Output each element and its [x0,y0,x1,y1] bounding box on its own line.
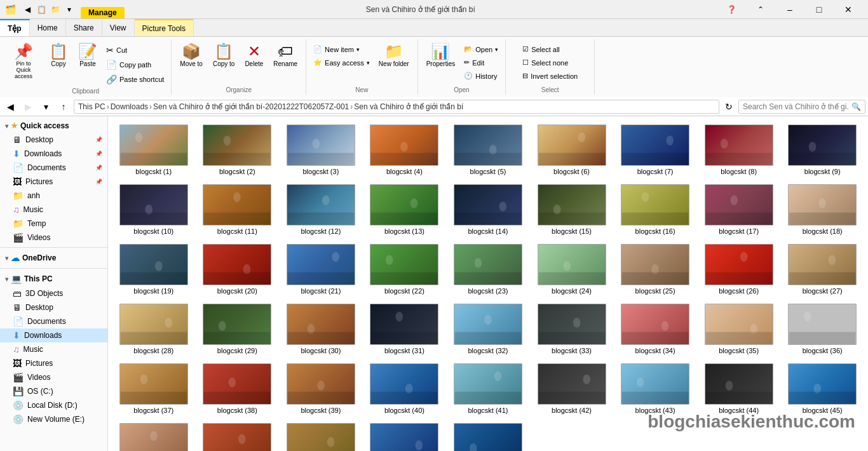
copy-path-btn[interactable]: 📄 Copy path [103,58,167,72]
list-item[interactable]: blogcskt (20) [197,241,278,298]
sidebar-pc-c[interactable]: 💾 OS (C:) [0,384,107,398]
list-item[interactable]: blogcskt (13) [364,181,445,238]
list-item[interactable]: blogcskt (37) [113,360,194,417]
tab-view[interactable]: View [102,19,135,36]
list-item[interactable]: blogcskt (39) [280,360,362,417]
sidebar-item-downloads[interactable]: ⬇ Downloads 📌 [0,147,107,161]
qat-properties-btn[interactable]: 📋 [35,3,48,16]
list-item[interactable]: blogcskt (16) [614,181,696,238]
list-item[interactable]: blogcskt (38) [197,360,278,417]
sidebar-item-pictures[interactable]: 🖼 Pictures 📌 [0,175,107,189]
sidebar-pc-downloads[interactable]: ⬇ Downloads [0,328,107,342]
list-item[interactable]: blogcskt (34) [614,300,696,358]
search-box[interactable]: 🔍 [738,100,865,114]
tab-share[interactable]: Share [66,19,102,36]
minimize-btn[interactable]: – [775,0,804,19]
rename-btn[interactable]: 🏷 Rename [269,41,302,71]
sidebar-pc-desktop[interactable]: 🖥 Desktop [0,300,107,314]
paste-big-btn[interactable]: 📝 Paste [74,41,102,71]
sidebar-item-documents[interactable]: 📄 Documents 📌 [0,161,107,175]
list-item[interactable]: blogcskt (35) [698,300,780,358]
maximize-btn[interactable]: □ [804,0,834,19]
sidebar-pc-pictures[interactable]: 🖼 Pictures [0,356,107,370]
list-item[interactable]: blogcskt (18) [782,181,863,238]
sidebar-item-desktop[interactable]: 🖥 Desktop 📌 [0,133,107,147]
path-pc[interactable]: This PC [78,102,105,111]
select-none-btn[interactable]: ☐ Select none [519,57,581,69]
cut-btn[interactable]: ✂ Cut [103,43,167,57]
list-item[interactable]: blogcskt (23) [447,241,529,298]
list-item[interactable]: blogcskt (8) [698,121,780,178]
list-item[interactable]: blogcskt (40) [364,360,445,417]
list-item[interactable]: blogcskt (31) [364,300,445,358]
path-downloads[interactable]: Downloads [111,102,148,111]
list-item[interactable]: blogcskt (49) [364,420,445,451]
copy-to-btn[interactable]: 📋 Copy to [208,41,239,71]
list-item[interactable]: blogcskt (12) [280,181,362,238]
list-item[interactable]: blogcskt (47) [197,420,278,451]
new-item-btn[interactable]: 📄 New item ▾ [310,43,373,55]
recent-locations-btn[interactable]: ▾ [38,99,53,114]
list-item[interactable]: blogcskt (46) [113,420,194,451]
sidebar-pc-3d[interactable]: 🗃 3D Objects [0,286,107,300]
open-btn[interactable]: 📂 Open ▾ [461,43,501,55]
history-btn[interactable]: 🕐 History [461,70,501,82]
move-to-btn[interactable]: 📦 Move to [175,41,207,71]
list-item[interactable]: blogcskt (41) [447,360,529,417]
address-path[interactable]: This PC › Downloads › Sen và Chihiro ở t… [74,100,719,114]
list-item[interactable]: blogcskt (27) [782,241,863,298]
list-item[interactable]: blogcskt (14) [447,181,529,238]
edit-btn[interactable]: ✏ Edit [461,57,501,69]
list-item[interactable]: blogcskt (21) [280,241,362,298]
forward-btn[interactable]: ▶ [20,99,36,114]
list-item[interactable]: blogcskt (42) [531,360,613,417]
sidebar-pc-videos[interactable]: 🎬 Videos [0,370,107,384]
properties-btn[interactable]: 📊 Properties [422,41,460,71]
list-item[interactable]: blogcskt (24) [531,241,613,298]
copy-big-btn[interactable]: 📋 Copy [44,41,72,71]
list-item[interactable]: blogcskt (50) [447,420,529,451]
list-item[interactable]: blogcskt (2) [197,121,278,178]
delete-btn[interactable]: ✕ Delete [240,41,268,71]
pin-quick-access-btn[interactable]: 📌 Pin to Quick access [4,41,43,83]
tab-picture-tools[interactable]: Picture Tools [135,19,194,36]
up-btn[interactable]: ↑ [56,99,71,114]
list-item[interactable]: blogcskt (33) [531,300,613,358]
path-folder2[interactable]: Sen và Chihiro ở thế giới thần bí [354,102,463,111]
list-item[interactable]: blogcskt (3) [280,121,362,178]
list-item[interactable]: blogcskt (9) [782,121,863,178]
path-folder1[interactable]: Sen và Chihiro ở thế giới thần bí-202012… [153,102,349,111]
select-all-btn[interactable]: ☑ Select all [519,43,581,55]
new-folder-btn[interactable]: 📁 New folder [374,41,414,71]
sidebar-item-videos[interactable]: 🎬 Videos [0,231,107,245]
collapse-ribbon-btn[interactable]: ⌃ [746,0,775,19]
qat-new-folder-btn[interactable]: 📁 [49,3,62,16]
list-item[interactable]: blogcskt (43) [614,360,696,417]
manage-tab-label[interactable]: Manage [81,7,125,18]
list-item[interactable]: blogcskt (26) [698,241,780,298]
list-item[interactable]: blogcskt (11) [197,181,278,238]
sidebar-item-music[interactable]: ♫ Music [0,203,107,217]
list-item[interactable]: blogcskt (4) [364,121,445,178]
list-item[interactable]: blogcskt (22) [364,241,445,298]
sidebar-quick-access-header[interactable]: ▾ ★ Quick access [0,119,107,133]
sidebar-pc-documents[interactable]: 📄 Documents [0,314,107,328]
qat-back-btn[interactable]: ◀ [21,3,34,16]
list-item[interactable]: blogcskt (7) [614,121,696,178]
sidebar-item-temp[interactable]: 📁 Temp [0,217,107,231]
list-item[interactable]: blogcskt (45) [782,360,863,417]
list-item[interactable]: blogcskt (44) [698,360,780,417]
list-item[interactable]: blogcskt (10) [113,181,194,238]
list-item[interactable]: blogcskt (5) [447,121,529,178]
list-item[interactable]: blogcskt (25) [614,241,696,298]
invert-selection-btn[interactable]: ⊟ Invert selection [519,70,581,82]
search-input[interactable] [743,102,849,111]
paste-shortcut-btn[interactable]: 🔗 Paste shortcut [103,72,167,86]
list-item[interactable]: blogcskt (17) [698,181,780,238]
tab-home[interactable]: Home [30,19,66,36]
list-item[interactable]: blogcskt (19) [113,241,194,298]
tab-tep[interactable]: Tệp [0,19,30,36]
qat-dropdown-btn[interactable]: ▾ [63,3,76,16]
sidebar-item-anh[interactable]: 📁 anh [0,189,107,203]
list-item[interactable]: blogcskt (36) [782,300,863,358]
